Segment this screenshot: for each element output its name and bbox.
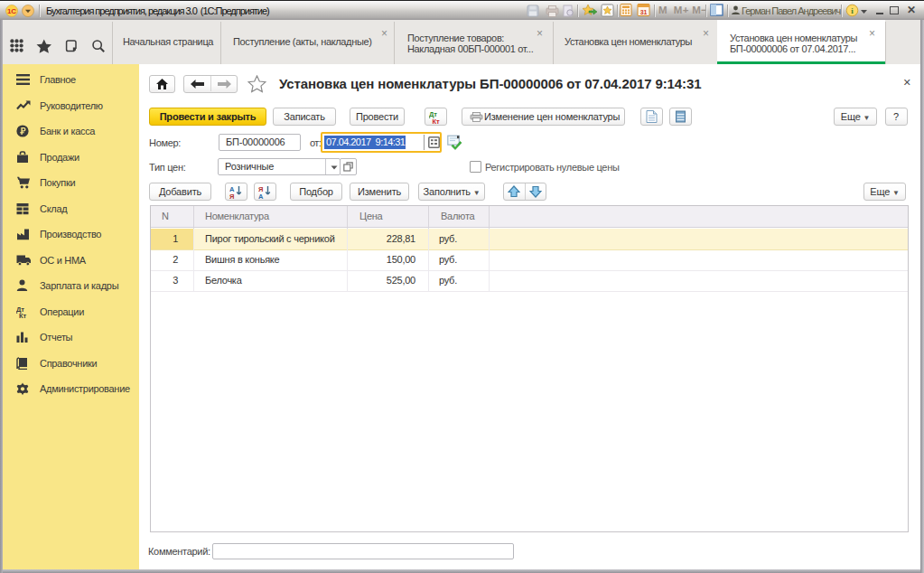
svg-text:31: 31 xyxy=(640,9,648,15)
svg-text:Кт: Кт xyxy=(433,117,440,125)
svg-text:А: А xyxy=(258,193,264,200)
svg-text:Кт: Кт xyxy=(19,311,26,318)
svg-text:1C: 1C xyxy=(7,7,16,15)
svg-text:Я: Я xyxy=(229,193,234,200)
